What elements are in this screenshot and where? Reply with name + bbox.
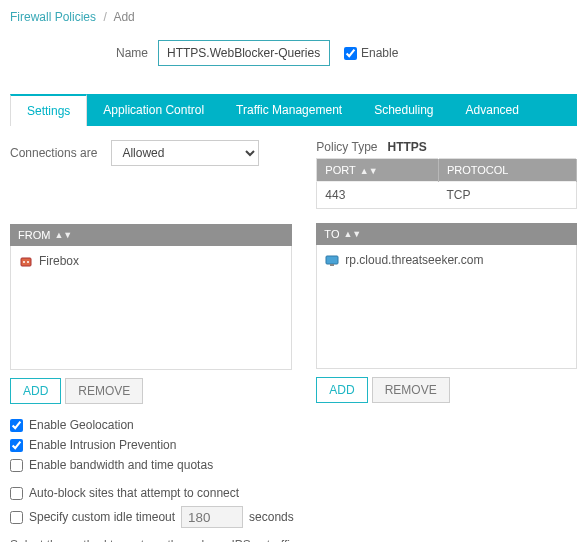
svg-rect-4 <box>330 264 334 266</box>
port-cell: 443 <box>317 182 439 209</box>
enable-checkbox[interactable] <box>344 47 357 60</box>
sort-icon: ▲▼ <box>343 229 361 239</box>
policy-type-label: Policy Type <box>316 140 377 154</box>
from-add-button[interactable]: ADD <box>10 378 61 404</box>
breadcrumb-separator: / <box>103 10 106 24</box>
enable-label: Enable <box>361 46 398 60</box>
connections-select[interactable]: Allowed <box>111 140 259 166</box>
ips-checkbox[interactable] <box>10 439 23 452</box>
svg-rect-0 <box>21 258 31 266</box>
from-remove-button[interactable]: REMOVE <box>65 378 143 404</box>
routing-heading: Select the method to route outbound non-… <box>10 538 577 542</box>
ports-header-port[interactable]: PORT▲▼ <box>317 159 439 182</box>
breadcrumb-current: Add <box>113 10 134 24</box>
protocol-cell: TCP <box>438 182 576 209</box>
from-header[interactable]: FROM ▲▼ <box>10 224 292 246</box>
to-remove-button[interactable]: REMOVE <box>372 377 450 403</box>
list-item-label: Firebox <box>39 254 79 268</box>
autoblock-label: Auto-block sites that attempt to connect <box>29 486 239 500</box>
host-icon <box>325 253 339 268</box>
table-row[interactable]: 443 TCP <box>317 182 577 209</box>
list-item[interactable]: Firebox <box>19 252 283 271</box>
svg-point-1 <box>23 261 25 263</box>
policy-type-value: HTTPS <box>388 140 427 154</box>
list-item-label: rp.cloud.threatseeker.com <box>345 253 483 267</box>
ports-header-protocol[interactable]: PROTOCOL <box>438 159 576 182</box>
idle-suffix: seconds <box>249 510 294 524</box>
name-label: Name <box>10 46 158 60</box>
from-list[interactable]: Firebox <box>10 246 292 370</box>
ips-label: Enable Intrusion Prevention <box>29 438 176 452</box>
to-add-button[interactable]: ADD <box>316 377 367 403</box>
autoblock-checkbox[interactable] <box>10 487 23 500</box>
quota-checkbox[interactable] <box>10 459 23 472</box>
idle-label: Specify custom idle timeout <box>29 510 175 524</box>
tab-traffic-management[interactable]: Traffic Management <box>220 94 358 126</box>
from-header-label: FROM <box>18 229 50 241</box>
sort-icon: ▲▼ <box>360 166 378 176</box>
ports-table: PORT▲▼ PROTOCOL 443 TCP <box>316 158 577 209</box>
idle-value-input[interactable] <box>181 506 243 528</box>
breadcrumb-parent-link[interactable]: Firewall Policies <box>10 10 96 24</box>
svg-point-2 <box>27 261 29 263</box>
tab-application-control[interactable]: Application Control <box>87 94 220 126</box>
list-item[interactable]: rp.cloud.threatseeker.com <box>325 251 568 270</box>
connections-label: Connections are <box>10 146 97 160</box>
to-list[interactable]: rp.cloud.threatseeker.com <box>316 245 577 369</box>
to-header[interactable]: TO ▲▼ <box>316 223 577 245</box>
tabs: Settings Application Control Traffic Man… <box>10 94 577 126</box>
tab-settings[interactable]: Settings <box>10 94 87 126</box>
quota-label: Enable bandwidth and time quotas <box>29 458 213 472</box>
svg-rect-3 <box>326 256 338 264</box>
geo-checkbox[interactable] <box>10 419 23 432</box>
sort-icon: ▲▼ <box>54 230 72 240</box>
idle-checkbox[interactable] <box>10 511 23 524</box>
tab-advanced[interactable]: Advanced <box>450 94 535 126</box>
firebox-icon <box>19 254 33 269</box>
to-header-label: TO <box>324 228 339 240</box>
geo-label: Enable Geolocation <box>29 418 134 432</box>
breadcrumb: Firewall Policies / Add <box>10 10 577 24</box>
tab-scheduling[interactable]: Scheduling <box>358 94 449 126</box>
name-input[interactable] <box>158 40 330 66</box>
